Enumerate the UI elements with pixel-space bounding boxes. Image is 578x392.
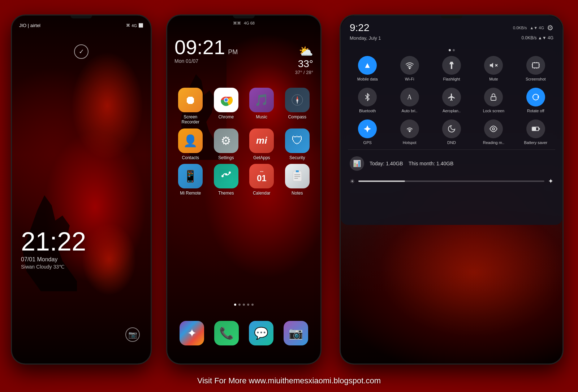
svg-point-17	[409, 68, 410, 69]
dnd-icon	[442, 119, 461, 138]
qs-bluetooth[interactable]: Bluetooth	[348, 88, 387, 113]
app-music[interactable]: 🎵 Music	[246, 88, 278, 125]
home-clock-widget: 09:21 PM Mon 01/07	[174, 37, 238, 64]
qs-battery[interactable]: Battery saver	[516, 119, 555, 145]
brightness-track[interactable]	[358, 180, 544, 182]
qs-hotspot[interactable]: Hotspot	[390, 119, 429, 145]
app-getapps[interactable]: mi GetApps	[246, 129, 278, 160]
panel-dot-2	[453, 49, 455, 51]
dock-phone[interactable]: 📞	[209, 321, 244, 345]
app-label-settings: Settings	[218, 155, 234, 160]
qs-label-wifi: Wi-Fi	[405, 77, 414, 81]
app-compass[interactable]: Compass	[281, 88, 314, 125]
dock-camera[interactable]: 📷	[279, 321, 313, 345]
status-icons: ⌘ 4G ⬜	[126, 23, 143, 28]
homescreen-inner: ⌘⌘ 4G 68 09:21 PM Mon 01/07 ⛅ 33° 37° / …	[167, 16, 320, 363]
lock-time: 21:22	[21, 228, 86, 254]
dock-pinwheel[interactable]: ✦	[174, 321, 209, 345]
panel-page-dots	[341, 46, 562, 54]
qs-wifi[interactable]: Wi-Fi	[390, 56, 429, 81]
qs-label-mute: Mute	[489, 77, 498, 81]
svg-point-31	[492, 128, 495, 130]
weather-cloud-icon: ⛅	[295, 44, 313, 58]
quick-settings-row3: GPS Hotspot	[341, 118, 562, 147]
notif-data-info: 0.0KB/s ▲▼ 4G	[522, 35, 553, 41]
home-dock: ✦ 📞 💬 📷	[167, 321, 320, 345]
page-indicators	[234, 304, 254, 306]
app-notes[interactable]: Notes	[281, 164, 314, 196]
app-security[interactable]: 🛡 Security	[281, 129, 314, 160]
qs-divider	[348, 149, 555, 150]
app-chrome[interactable]: Chrome	[210, 88, 242, 125]
app-label-chrome: Chrome	[218, 114, 234, 119]
signal-icon: ⌘	[126, 23, 130, 28]
brightness-fill	[358, 180, 405, 182]
bluetooth-icon	[358, 88, 377, 106]
footer-text: Visit For More www.miuithemesxiaomi.blog…	[197, 376, 381, 386]
svg-rect-8	[219, 169, 233, 183]
home-date: Mon 01/07	[174, 58, 238, 64]
app-screen-recorder[interactable]: ⏺ ScreenRecorder	[174, 88, 207, 125]
settings-gear-icon[interactable]: ⚙	[547, 23, 553, 32]
weather-temp: 33°	[295, 58, 313, 70]
qs-auto-brightness[interactable]: A Auto bri..	[390, 88, 429, 113]
app-label-notes: Notes	[292, 191, 303, 196]
messages-icon: 💬	[249, 321, 273, 345]
phone-lockscreen: JIO | airtel ⌘ 4G ⬜ ✓ 21:22 07/01 Monday…	[11, 14, 152, 365]
app-calendar[interactable]: ▪▪▪ 01 Calendar	[246, 164, 278, 196]
svg-rect-12	[293, 171, 302, 181]
app-label-contacts: Contacts	[182, 155, 199, 160]
brightness-low-icon: ☀	[350, 178, 355, 185]
wifi-icon	[400, 56, 419, 75]
notif-status-bar: 9:22 0.0KB/s ▲▼ 4G ⚙	[341, 16, 562, 35]
app-label-getapps: GetApps	[253, 155, 270, 160]
qs-mobile-data[interactable]: Mobile data	[348, 56, 387, 81]
svg-rect-13	[296, 170, 299, 172]
camera-button[interactable]: 📷	[125, 327, 140, 342]
qs-flashlight[interactable]: Flashlight	[432, 56, 471, 81]
qs-dnd[interactable]: DND	[432, 119, 471, 145]
app-miremote[interactable]: 📱 Mi Remote	[174, 164, 207, 196]
signal-status: ▲▼ 4G	[530, 26, 544, 30]
app-settings[interactable]: ⚙ Settings	[210, 129, 242, 160]
lock-screen-icon	[484, 88, 503, 106]
page-dot-1	[234, 304, 236, 306]
gps-icon	[358, 119, 377, 138]
getapps-icon: mi	[249, 129, 274, 153]
app-contacts[interactable]: 👤 Contacts	[174, 129, 207, 160]
app-label-screen-recorder: ScreenRecorder	[182, 114, 199, 125]
qs-lock-screen[interactable]: Lock screen	[474, 88, 513, 113]
qs-screenshot[interactable]: Screenshot	[516, 56, 555, 81]
qs-label-dnd: DND	[447, 140, 456, 145]
qs-rotate[interactable]: Rotate off	[516, 88, 555, 113]
page-dot-3	[243, 304, 245, 306]
qs-reading[interactable]: Reading m..	[474, 119, 513, 145]
app-label-calendar: Calendar	[253, 191, 271, 196]
quick-settings-row1: Mobile data Wi-Fi	[341, 54, 562, 83]
qs-airplane[interactable]: Aeroplan..	[432, 88, 471, 113]
data-usage-row: 📊 Today: 1.40GB This month: 1.40GB	[341, 153, 562, 174]
lock-date: 07/01 Monday	[21, 256, 86, 263]
screen-recorder-icon: ⏺	[178, 88, 203, 112]
notification-inner: 9:22 0.0KB/s ▲▼ 4G ⚙ Monday, July 1 0.0K…	[341, 16, 562, 363]
lockscreen-inner: JIO | airtel ⌘ 4G ⬜ ✓ 21:22 07/01 Monday…	[12, 16, 151, 363]
pinwheel-icon: ✦	[180, 321, 204, 345]
calendar-icon: ▪▪▪ 01	[249, 164, 274, 188]
unlock-checkmark[interactable]: ✓	[74, 44, 89, 59]
mute-icon	[484, 56, 503, 75]
svg-point-11	[229, 171, 231, 174]
notif-date-row: Monday, July 1 0.0KB/s ▲▼ 4G	[341, 35, 562, 41]
qs-mute[interactable]: Mute	[474, 56, 513, 81]
chrome-icon	[214, 88, 238, 112]
dock-messages[interactable]: 💬	[244, 321, 279, 345]
app-grid: ⏺ ScreenRecorder Chrome	[167, 88, 320, 196]
notif-time: 9:22	[350, 22, 370, 34]
qs-gps[interactable]: GPS	[348, 119, 387, 145]
qs-label-flashlight: Flashlight	[443, 77, 460, 81]
brightness-high-icon: ✦	[548, 177, 553, 185]
network-4g: 4G 68	[244, 21, 255, 26]
lockscreen-clock: 21:22 07/01 Monday Siwan Cloudy 33℃	[21, 228, 86, 270]
miremote-icon: 📱	[178, 164, 203, 188]
page-dot-2	[238, 304, 241, 306]
app-themes[interactable]: Themes	[210, 164, 242, 196]
